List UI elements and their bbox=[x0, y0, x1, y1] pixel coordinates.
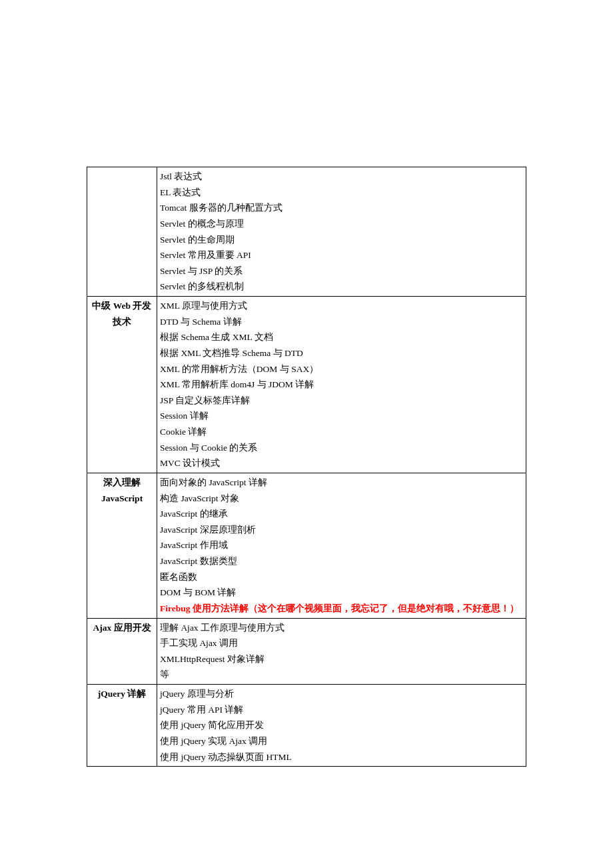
list-item: 使用 jQuery 实现 Ajax 调用 bbox=[160, 733, 523, 749]
category-cell: jQuery 详解 bbox=[87, 685, 157, 767]
list-item: jQuery 常用 API 详解 bbox=[160, 702, 523, 718]
list-item: MVC 设计模式 bbox=[160, 455, 523, 471]
list-item: JavaScript 深层原理剖析 bbox=[160, 522, 523, 538]
table-row: 中级 Web 开发技术XML 原理与使用方式DTD 与 Schema 详解根据 … bbox=[87, 297, 526, 473]
table-row: Ajax 应用开发理解 Ajax 工作原理与使用方式手工实现 Ajax 调用XM… bbox=[87, 618, 526, 685]
list-item: DOM 与 BOM 详解 bbox=[160, 585, 523, 601]
list-item: XML 原理与使用方式 bbox=[160, 298, 523, 314]
table-row: jQuery 详解jQuery 原理与分析jQuery 常用 API 详解使用 … bbox=[87, 685, 526, 767]
items-cell: 面向对象的 JavaScript 详解构造 JavaScript 对象JavaS… bbox=[157, 473, 526, 618]
list-item: 使用 jQuery 简化应用开发 bbox=[160, 717, 523, 733]
list-item: 手工实现 Ajax 调用 bbox=[160, 635, 523, 651]
category-cell bbox=[87, 167, 157, 297]
list-item: JavaScript 数据类型 bbox=[160, 553, 523, 569]
list-item: EL 表达式 bbox=[160, 185, 523, 201]
category-cell: Ajax 应用开发 bbox=[87, 618, 157, 685]
table-row: Jstl 表达式EL 表达式Tomcat 服务器的几种配置方式Servlet 的… bbox=[87, 167, 526, 297]
items-cell: 理解 Ajax 工作原理与使用方式手工实现 Ajax 调用XMLHttpRequ… bbox=[157, 618, 526, 685]
category-cell: 深入理解 JavaScript bbox=[87, 473, 157, 618]
list-item: Servlet 的多线程机制 bbox=[160, 279, 523, 295]
list-item: JavaScript 的继承 bbox=[160, 506, 523, 522]
list-item: Cookie 详解 bbox=[160, 424, 523, 440]
list-item: DTD 与 Schema 详解 bbox=[160, 314, 523, 330]
table-row: 深入理解 JavaScript面向对象的 JavaScript 详解构造 Jav… bbox=[87, 473, 526, 618]
list-item: 构造 JavaScript 对象 bbox=[160, 491, 523, 507]
list-item: 根据 Schema 生成 XML 文档 bbox=[160, 329, 523, 345]
list-item: Session 与 Cookie 的关系 bbox=[160, 440, 523, 456]
items-cell: XML 原理与使用方式DTD 与 Schema 详解根据 Schema 生成 X… bbox=[157, 297, 526, 473]
list-item: 理解 Ajax 工作原理与使用方式 bbox=[160, 620, 523, 636]
list-item: Firebug 使用方法详解（这个在哪个视频里面，我忘记了，但是绝对有哦，不好意… bbox=[160, 601, 523, 617]
list-item: Servlet 常用及重要 API bbox=[160, 247, 523, 263]
list-item: jQuery 原理与分析 bbox=[160, 686, 523, 702]
list-item: 面向对象的 JavaScript 详解 bbox=[160, 475, 523, 491]
list-item: JavaScript 作用域 bbox=[160, 537, 523, 553]
list-item: XMLHttpRequest 对象详解 bbox=[160, 651, 523, 667]
list-item: Jstl 表达式 bbox=[160, 169, 523, 185]
list-item: 匿名函数 bbox=[160, 569, 523, 585]
list-item: XML 常用解析库 dom4J 与 JDOM 详解 bbox=[160, 377, 523, 393]
list-item: Servlet 的概念与原理 bbox=[160, 216, 523, 232]
list-item: JSP 自定义标签库详解 bbox=[160, 393, 523, 409]
list-item: Servlet 的生命周期 bbox=[160, 232, 523, 248]
list-item: Servlet 与 JSP 的关系 bbox=[160, 263, 523, 279]
list-item: 根据 XML 文档推导 Schema 与 DTD bbox=[160, 345, 523, 361]
course-table: Jstl 表达式EL 表达式Tomcat 服务器的几种配置方式Servlet 的… bbox=[87, 167, 526, 767]
list-item: 等 bbox=[160, 667, 523, 683]
list-item: XML 的常用解析方法（DOM 与 SAX） bbox=[160, 361, 523, 377]
list-item: Tomcat 服务器的几种配置方式 bbox=[160, 200, 523, 216]
items-cell: Jstl 表达式EL 表达式Tomcat 服务器的几种配置方式Servlet 的… bbox=[157, 167, 526, 297]
list-item: Session 详解 bbox=[160, 408, 523, 424]
category-cell: 中级 Web 开发技术 bbox=[87, 297, 157, 473]
document-page: Jstl 表达式EL 表达式Tomcat 服务器的几种配置方式Servlet 的… bbox=[0, 0, 613, 868]
list-item: 使用 jQuery 动态操纵页面 HTML bbox=[160, 749, 523, 765]
course-table-body: Jstl 表达式EL 表达式Tomcat 服务器的几种配置方式Servlet 的… bbox=[87, 167, 526, 767]
items-cell: jQuery 原理与分析jQuery 常用 API 详解使用 jQuery 简化… bbox=[157, 685, 526, 767]
